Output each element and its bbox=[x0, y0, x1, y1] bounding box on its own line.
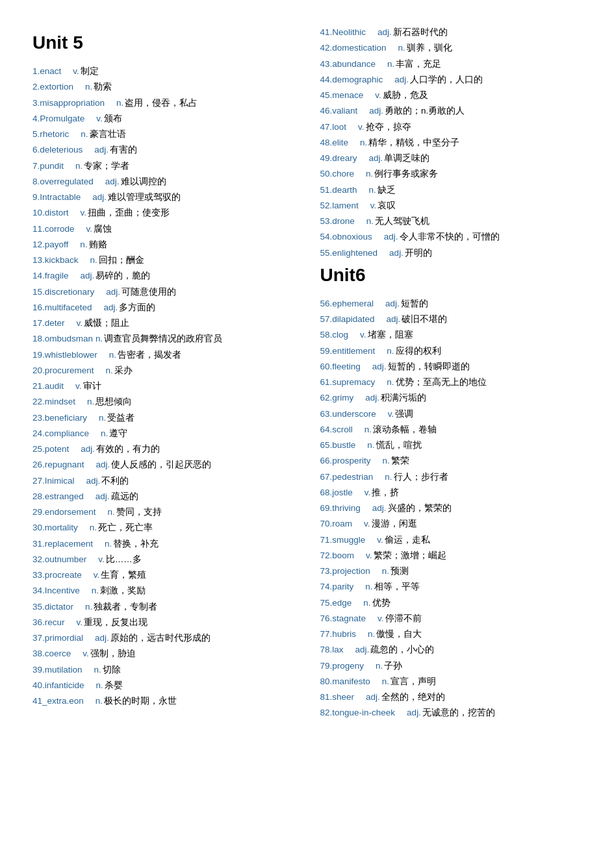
list-item: 46.valiant adj.勇敢的；n.勇敢的人 bbox=[320, 105, 582, 118]
list-item: 35.dictator n.独裁者，专制者 bbox=[32, 601, 294, 614]
list-item: 9.Intractable adj.难以管理或驾驭的 bbox=[32, 191, 294, 204]
list-item: 30.mortality n.死亡，死亡率 bbox=[32, 521, 294, 534]
list-item: 38.coerce v.强制，胁迫 bbox=[32, 647, 294, 660]
list-item: 47.loot v.抢夺，掠夺 bbox=[320, 121, 582, 134]
list-item: 18.ombudsmann.调查官员舞弊情况的政府官员 bbox=[32, 332, 294, 345]
list-item: 6.deleterious adj.有害的 bbox=[32, 143, 294, 156]
list-item: 14.fragile adj.易碎的，脆的 bbox=[32, 269, 294, 282]
list-item: 52.lament v.哀叹 bbox=[320, 199, 582, 212]
list-item: 22.mindset n.思想倾向 bbox=[32, 395, 294, 408]
list-item: 41.Neolithic adj.新石器时代的 bbox=[320, 26, 582, 39]
list-item: 10.distort v.扭曲，歪曲；使变形 bbox=[32, 206, 294, 219]
list-item: 62.grimy adj.积满污垢的 bbox=[320, 391, 582, 404]
list-item: 27.Inimical adj.不利的 bbox=[32, 475, 294, 488]
list-item: 11.corrode v.腐蚀 bbox=[32, 223, 294, 236]
list-item: 73.projection n.预测 bbox=[320, 565, 582, 578]
list-item: 28.estranged adj.疏远的 bbox=[32, 490, 294, 503]
list-item: 15.discretionary adj.可随意使用的 bbox=[32, 286, 294, 299]
list-item: 72.boom v.繁荣；激增；崛起 bbox=[320, 549, 582, 562]
list-item: 74.parity n.相等，平等 bbox=[320, 580, 582, 593]
list-item: 39.mutilation n.切除 bbox=[32, 663, 294, 676]
list-item: 33.procreate v.生育，繁殖 bbox=[32, 569, 294, 582]
list-item: 36.recur v.重现，反复出现 bbox=[32, 616, 294, 629]
list-item: 4.Promulgate v.颁布 bbox=[32, 112, 294, 125]
list-item: 54.obnoxious adj.令人非常不快的，可憎的 bbox=[320, 230, 582, 243]
list-item: 41_extra.eon n.极长的时期，永世 bbox=[32, 695, 294, 708]
list-item: 68.jostle v.推，挤 bbox=[320, 486, 582, 499]
list-item: 67.pedestrian n.行人；步行者 bbox=[320, 471, 582, 484]
unit5-extra-list: 41.Neolithic adj.新石器时代的42.domestication … bbox=[320, 26, 582, 260]
list-item: 40.infanticide n.杀婴 bbox=[32, 679, 294, 692]
list-item: 49.dreary adj.单调乏味的 bbox=[320, 152, 582, 165]
list-item: 17.deter v.威慑；阻止 bbox=[32, 317, 294, 330]
list-item: 3.misappropriation n.盗用，侵吞，私占 bbox=[32, 97, 294, 110]
list-item: 1.enact v.制定 bbox=[32, 65, 294, 78]
list-item: 23.beneficiary n.受益者 bbox=[32, 412, 294, 425]
list-item: 76.stagnate v.停滞不前 bbox=[320, 612, 582, 625]
list-item: 51.dearth n.缺乏 bbox=[320, 184, 582, 197]
list-item: 43.abundance n.丰富，充足 bbox=[320, 58, 582, 71]
list-item: 70.roam v.漫游，闲逛 bbox=[320, 517, 582, 530]
list-item: 61.supremacy n.优势；至高无上的地位 bbox=[320, 376, 582, 389]
list-item: 71.smuggle v.偷运，走私 bbox=[320, 534, 582, 547]
list-item: 55.enlightened adj.开明的 bbox=[320, 247, 582, 260]
list-item: 57.dilapidated adj.破旧不堪的 bbox=[320, 313, 582, 326]
list-item: 66.prosperity n.繁荣 bbox=[320, 454, 582, 467]
list-item: 65.bustle n.慌乱，喧扰 bbox=[320, 439, 582, 452]
list-item: 13.kickback n.回扣；酬金 bbox=[32, 254, 294, 267]
list-item: 34.Incentive n.刺激，奖励 bbox=[32, 584, 294, 597]
list-item: 21.audit v.审计 bbox=[32, 380, 294, 393]
list-item: 8.overregulated adj.难以调控的 bbox=[32, 175, 294, 188]
list-item: 75.edge n.优势 bbox=[320, 597, 582, 610]
list-item: 69.thriving adj.兴盛的，繁荣的 bbox=[320, 502, 582, 515]
unit6-vocab-list: 56.ephemeral adj.短暂的57.dilapidated adj.破… bbox=[320, 297, 582, 720]
list-item: 19.whistleblower n.告密者，揭发者 bbox=[32, 349, 294, 362]
list-item: 63.underscore v.强调 bbox=[320, 408, 582, 421]
unit6-title: Unit6 bbox=[320, 265, 582, 286]
unit5-vocab-list: 1.enact v.制定2.extortion n.勒索3.misappropr… bbox=[32, 65, 294, 708]
list-item: 45.menace v.威胁，危及 bbox=[320, 89, 582, 102]
list-item: 16.multifaceted adj.多方面的 bbox=[32, 301, 294, 314]
left-column: Unit 5 1.enact v.制定2.extortion n.勒索3.mis… bbox=[32, 26, 294, 723]
list-item: 56.ephemeral adj.短暂的 bbox=[320, 297, 582, 310]
list-item: 32.outnumber v.比……多 bbox=[32, 553, 294, 566]
list-item: 44.demographic adj.人口学的，人口的 bbox=[320, 73, 582, 86]
unit5-title: Unit 5 bbox=[32, 32, 294, 53]
list-item: 20.procurement n.采办 bbox=[32, 364, 294, 377]
list-item: 79.progeny n.子孙 bbox=[320, 660, 582, 673]
list-item: 12.payoff n.贿赂 bbox=[32, 238, 294, 251]
list-item: 29.endorsement n.赞同，支持 bbox=[32, 506, 294, 519]
list-item: 5.rhetoric n.豪言壮语 bbox=[32, 128, 294, 141]
list-item: 50.chore n.例行事务或家务 bbox=[320, 167, 582, 180]
list-item: 64.scroll n.滚动条幅，卷轴 bbox=[320, 423, 582, 436]
list-item: 48.elite n.精华，精锐，中坚分子 bbox=[320, 136, 582, 149]
list-item: 24.compliance n.遵守 bbox=[32, 427, 294, 440]
list-item: 42.domestication n.驯养，驯化 bbox=[320, 42, 582, 55]
right-column: 41.Neolithic adj.新石器时代的42.domestication … bbox=[320, 26, 582, 723]
list-item: 80.manifesto n.宣言，声明 bbox=[320, 675, 582, 688]
list-item: 37.primordial adj.原始的，远古时代形成的 bbox=[32, 632, 294, 645]
list-item: 53.drone n.无人驾驶飞机 bbox=[320, 215, 582, 228]
page-container: Unit 5 1.enact v.制定2.extortion n.勒索3.mis… bbox=[32, 26, 582, 723]
list-item: 59.entitlement n.应得的权利 bbox=[320, 345, 582, 358]
list-item: 2.extortion n.勒索 bbox=[32, 81, 294, 93]
list-item: 25.potent adj.有效的，有力的 bbox=[32, 443, 294, 456]
list-item: 82.tongue-in-cheek adj.无诚意的，挖苦的 bbox=[320, 706, 582, 719]
list-item: 26.repugnant adj.使人反感的，引起厌恶的 bbox=[32, 458, 294, 471]
list-item: 7.pundit n.专家；学者 bbox=[32, 160, 294, 173]
list-item: 60.fleeting adj.短暂的，转瞬即逝的 bbox=[320, 360, 582, 373]
list-item: 58.clog v.堵塞，阻塞 bbox=[320, 329, 582, 341]
list-item: 77.hubris n.傲慢，自大 bbox=[320, 628, 582, 641]
list-item: 31.replacement n.替换，补充 bbox=[32, 538, 294, 551]
list-item: 81.sheer adj.全然的，绝对的 bbox=[320, 691, 582, 704]
list-item: 78.lax adj.疏忽的，小心的 bbox=[320, 643, 582, 656]
